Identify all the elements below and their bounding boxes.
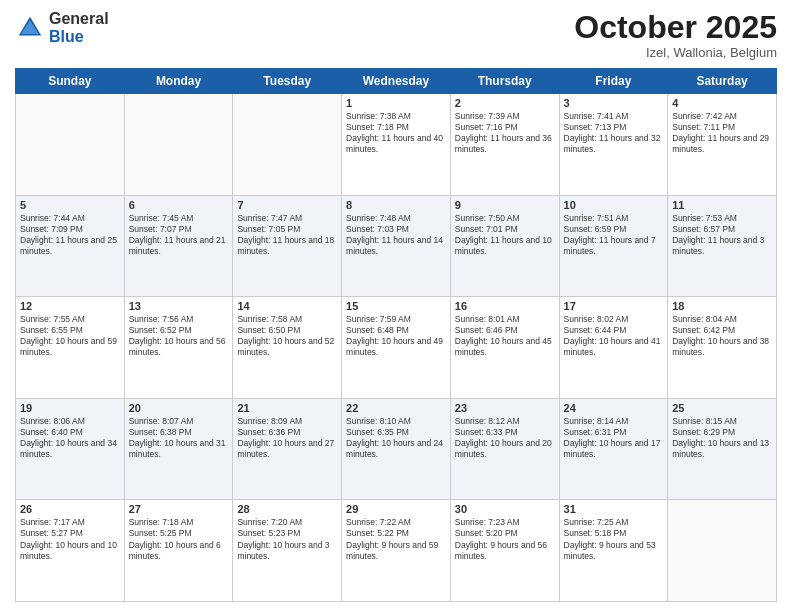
calendar-cell [16, 94, 125, 196]
page: General Blue October 2025 Izel, Wallonia… [0, 0, 792, 612]
calendar-cell: 21Sunrise: 8:09 AM Sunset: 6:36 PM Dayli… [233, 398, 342, 500]
logo-blue: Blue [49, 28, 109, 46]
cell-sun-info: Sunrise: 7:47 AM Sunset: 7:05 PM Dayligh… [237, 213, 337, 257]
cell-sun-info: Sunrise: 8:01 AM Sunset: 6:46 PM Dayligh… [455, 314, 555, 358]
calendar-cell: 26Sunrise: 7:17 AM Sunset: 5:27 PM Dayli… [16, 500, 125, 602]
calendar-cell: 14Sunrise: 7:58 AM Sunset: 6:50 PM Dayli… [233, 297, 342, 399]
calendar-cell: 10Sunrise: 7:51 AM Sunset: 6:59 PM Dayli… [559, 195, 668, 297]
calendar-cell: 30Sunrise: 7:23 AM Sunset: 5:20 PM Dayli… [450, 500, 559, 602]
cell-sun-info: Sunrise: 7:22 AM Sunset: 5:22 PM Dayligh… [346, 517, 446, 561]
cell-sun-info: Sunrise: 8:15 AM Sunset: 6:29 PM Dayligh… [672, 416, 772, 460]
calendar-cell [124, 94, 233, 196]
cell-sun-info: Sunrise: 7:38 AM Sunset: 7:18 PM Dayligh… [346, 111, 446, 155]
cell-sun-info: Sunrise: 8:09 AM Sunset: 6:36 PM Dayligh… [237, 416, 337, 460]
day-number: 18 [672, 300, 772, 312]
calendar-cell: 3Sunrise: 7:41 AM Sunset: 7:13 PM Daylig… [559, 94, 668, 196]
location-subtitle: Izel, Wallonia, Belgium [574, 45, 777, 60]
weekday-header: Sunday [16, 69, 125, 94]
header: General Blue October 2025 Izel, Wallonia… [15, 10, 777, 60]
cell-sun-info: Sunrise: 7:42 AM Sunset: 7:11 PM Dayligh… [672, 111, 772, 155]
calendar-cell: 6Sunrise: 7:45 AM Sunset: 7:07 PM Daylig… [124, 195, 233, 297]
day-number: 27 [129, 503, 229, 515]
day-number: 28 [237, 503, 337, 515]
cell-sun-info: Sunrise: 7:56 AM Sunset: 6:52 PM Dayligh… [129, 314, 229, 358]
day-number: 3 [564, 97, 664, 109]
cell-sun-info: Sunrise: 7:44 AM Sunset: 7:09 PM Dayligh… [20, 213, 120, 257]
calendar-cell: 20Sunrise: 8:07 AM Sunset: 6:38 PM Dayli… [124, 398, 233, 500]
calendar-week-row: 19Sunrise: 8:06 AM Sunset: 6:40 PM Dayli… [16, 398, 777, 500]
calendar-cell: 19Sunrise: 8:06 AM Sunset: 6:40 PM Dayli… [16, 398, 125, 500]
day-number: 13 [129, 300, 229, 312]
calendar-cell: 18Sunrise: 8:04 AM Sunset: 6:42 PM Dayli… [668, 297, 777, 399]
cell-sun-info: Sunrise: 7:20 AM Sunset: 5:23 PM Dayligh… [237, 517, 337, 561]
calendar-cell: 25Sunrise: 8:15 AM Sunset: 6:29 PM Dayli… [668, 398, 777, 500]
logo: General Blue [15, 10, 109, 45]
day-number: 1 [346, 97, 446, 109]
cell-sun-info: Sunrise: 7:48 AM Sunset: 7:03 PM Dayligh… [346, 213, 446, 257]
calendar-cell: 13Sunrise: 7:56 AM Sunset: 6:52 PM Dayli… [124, 297, 233, 399]
day-number: 15 [346, 300, 446, 312]
calendar-table: SundayMondayTuesdayWednesdayThursdayFrid… [15, 68, 777, 602]
day-number: 31 [564, 503, 664, 515]
cell-sun-info: Sunrise: 8:02 AM Sunset: 6:44 PM Dayligh… [564, 314, 664, 358]
title-block: October 2025 Izel, Wallonia, Belgium [574, 10, 777, 60]
day-number: 24 [564, 402, 664, 414]
weekday-header: Thursday [450, 69, 559, 94]
calendar-cell: 31Sunrise: 7:25 AM Sunset: 5:18 PM Dayli… [559, 500, 668, 602]
logo-general: General [49, 10, 109, 28]
cell-sun-info: Sunrise: 8:12 AM Sunset: 6:33 PM Dayligh… [455, 416, 555, 460]
day-number: 6 [129, 199, 229, 211]
calendar-cell: 12Sunrise: 7:55 AM Sunset: 6:55 PM Dayli… [16, 297, 125, 399]
month-title: October 2025 [574, 10, 777, 45]
calendar-cell: 1Sunrise: 7:38 AM Sunset: 7:18 PM Daylig… [342, 94, 451, 196]
cell-sun-info: Sunrise: 8:14 AM Sunset: 6:31 PM Dayligh… [564, 416, 664, 460]
calendar-cell: 28Sunrise: 7:20 AM Sunset: 5:23 PM Dayli… [233, 500, 342, 602]
cell-sun-info: Sunrise: 7:51 AM Sunset: 6:59 PM Dayligh… [564, 213, 664, 257]
weekday-header: Tuesday [233, 69, 342, 94]
weekday-header: Monday [124, 69, 233, 94]
cell-sun-info: Sunrise: 7:23 AM Sunset: 5:20 PM Dayligh… [455, 517, 555, 561]
logo-icon [15, 13, 45, 43]
weekday-header: Wednesday [342, 69, 451, 94]
cell-sun-info: Sunrise: 8:04 AM Sunset: 6:42 PM Dayligh… [672, 314, 772, 358]
logo-text: General Blue [49, 10, 109, 45]
cell-sun-info: Sunrise: 8:07 AM Sunset: 6:38 PM Dayligh… [129, 416, 229, 460]
calendar-cell: 5Sunrise: 7:44 AM Sunset: 7:09 PM Daylig… [16, 195, 125, 297]
day-number: 2 [455, 97, 555, 109]
calendar-cell: 17Sunrise: 8:02 AM Sunset: 6:44 PM Dayli… [559, 297, 668, 399]
day-number: 22 [346, 402, 446, 414]
calendar-cell: 23Sunrise: 8:12 AM Sunset: 6:33 PM Dayli… [450, 398, 559, 500]
day-number: 25 [672, 402, 772, 414]
calendar-cell: 7Sunrise: 7:47 AM Sunset: 7:05 PM Daylig… [233, 195, 342, 297]
calendar-cell: 22Sunrise: 8:10 AM Sunset: 6:35 PM Dayli… [342, 398, 451, 500]
calendar-week-row: 26Sunrise: 7:17 AM Sunset: 5:27 PM Dayli… [16, 500, 777, 602]
calendar-cell: 15Sunrise: 7:59 AM Sunset: 6:48 PM Dayli… [342, 297, 451, 399]
day-number: 5 [20, 199, 120, 211]
calendar-cell: 27Sunrise: 7:18 AM Sunset: 5:25 PM Dayli… [124, 500, 233, 602]
day-number: 21 [237, 402, 337, 414]
day-number: 10 [564, 199, 664, 211]
weekday-header: Saturday [668, 69, 777, 94]
weekday-header: Friday [559, 69, 668, 94]
day-number: 14 [237, 300, 337, 312]
day-number: 30 [455, 503, 555, 515]
day-number: 29 [346, 503, 446, 515]
day-number: 16 [455, 300, 555, 312]
calendar-cell [668, 500, 777, 602]
cell-sun-info: Sunrise: 7:18 AM Sunset: 5:25 PM Dayligh… [129, 517, 229, 561]
calendar-week-row: 12Sunrise: 7:55 AM Sunset: 6:55 PM Dayli… [16, 297, 777, 399]
day-number: 11 [672, 199, 772, 211]
day-number: 9 [455, 199, 555, 211]
cell-sun-info: Sunrise: 7:58 AM Sunset: 6:50 PM Dayligh… [237, 314, 337, 358]
cell-sun-info: Sunrise: 7:17 AM Sunset: 5:27 PM Dayligh… [20, 517, 120, 561]
weekday-header-row: SundayMondayTuesdayWednesdayThursdayFrid… [16, 69, 777, 94]
calendar-cell: 16Sunrise: 8:01 AM Sunset: 6:46 PM Dayli… [450, 297, 559, 399]
day-number: 7 [237, 199, 337, 211]
day-number: 19 [20, 402, 120, 414]
calendar-cell: 4Sunrise: 7:42 AM Sunset: 7:11 PM Daylig… [668, 94, 777, 196]
day-number: 20 [129, 402, 229, 414]
cell-sun-info: Sunrise: 7:25 AM Sunset: 5:18 PM Dayligh… [564, 517, 664, 561]
calendar-cell: 24Sunrise: 8:14 AM Sunset: 6:31 PM Dayli… [559, 398, 668, 500]
calendar-cell: 8Sunrise: 7:48 AM Sunset: 7:03 PM Daylig… [342, 195, 451, 297]
day-number: 8 [346, 199, 446, 211]
